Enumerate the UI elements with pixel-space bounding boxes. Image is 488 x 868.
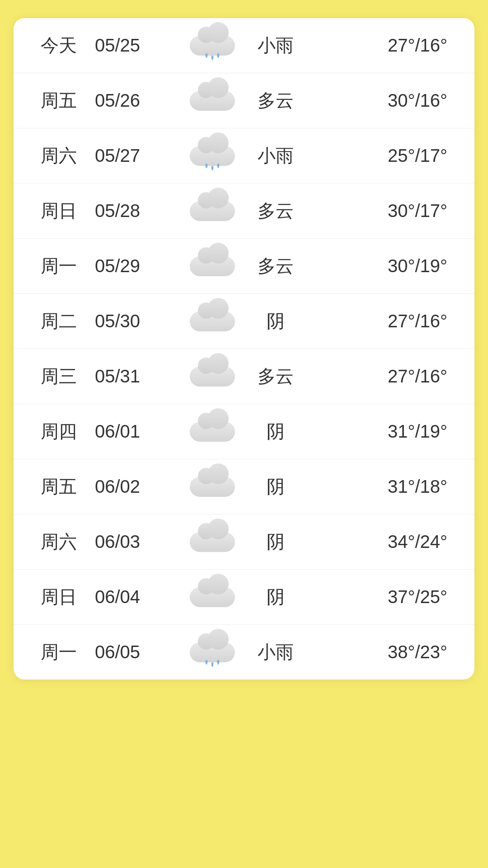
temp-label: 27°/16°: [303, 35, 447, 56]
date-label: 06/05: [95, 642, 176, 662]
condition-label: 阴: [249, 529, 303, 554]
date-label: 05/27: [95, 146, 176, 166]
weather-row: 周日 05/28 多云 30°/17°: [14, 184, 474, 239]
weather-icon: [176, 637, 249, 667]
temp-label: 31°/19°: [303, 421, 447, 442]
temp-label: 30°/16°: [303, 90, 447, 111]
weather-icon: [176, 86, 249, 115]
date-label: 05/30: [95, 311, 176, 331]
weather-row: 周五 06/02 阴 31°/18°: [14, 459, 474, 514]
day-label: 周日: [41, 198, 95, 223]
date-label: 05/29: [95, 256, 176, 276]
day-label: 周五: [41, 88, 95, 113]
weather-row: 周四 06/01 阴 31°/19°: [14, 404, 474, 459]
weather-icon: [176, 141, 249, 170]
day-label: 周日: [41, 585, 95, 609]
weather-row: 周一 06/05 小雨 38°/23°: [14, 625, 474, 679]
date-label: 06/02: [95, 476, 176, 497]
temp-label: 31°/18°: [303, 476, 447, 497]
day-label: 周二: [41, 309, 95, 334]
weather-row: 周五 05/26 多云 30°/16°: [14, 73, 474, 128]
day-label: 周六: [41, 143, 95, 168]
temp-label: 37°/25°: [303, 587, 447, 607]
condition-label: 小雨: [249, 33, 303, 58]
condition-label: 阴: [249, 585, 303, 609]
date-label: 05/28: [95, 201, 176, 221]
weather-icon: [176, 307, 249, 336]
date-label: 06/01: [95, 421, 176, 442]
condition-label: 阴: [249, 419, 303, 444]
weather-card: 今天 05/25 小雨 27°/16° 周五 05/26 多云 30°/16°: [14, 18, 474, 679]
temp-label: 25°/17°: [303, 146, 447, 166]
weather-row: 周一 05/29 多云 30°/19°: [14, 239, 474, 294]
date-label: 05/31: [95, 366, 176, 387]
temp-label: 27°/16°: [303, 366, 447, 387]
weather-icon: [176, 417, 249, 446]
weather-row: 今天 05/25 小雨 27°/16°: [14, 18, 474, 73]
day-label: 周三: [41, 364, 95, 389]
day-label: 周一: [41, 254, 95, 278]
weather-row: 周二 05/30 阴 27°/16°: [14, 294, 474, 349]
temp-label: 38°/23°: [303, 642, 447, 662]
condition-label: 小雨: [249, 143, 303, 168]
day-label: 周五: [41, 474, 95, 499]
day-label: 周六: [41, 529, 95, 554]
weather-row: 周三 05/31 多云 27°/16°: [14, 349, 474, 404]
weather-row: 周六 06/03 阴 34°/24°: [14, 514, 474, 570]
condition-label: 小雨: [249, 640, 303, 665]
condition-label: 多云: [249, 198, 303, 223]
weather-row: 周六 05/27 小雨 25°/17°: [14, 128, 474, 184]
weather-icon: [176, 472, 249, 501]
temp-label: 30°/17°: [303, 201, 447, 221]
day-label: 今天: [41, 33, 95, 58]
weather-icon: [176, 527, 249, 557]
weather-icon: [176, 582, 249, 612]
date-label: 06/04: [95, 587, 176, 607]
temp-label: 34°/24°: [303, 532, 447, 552]
date-label: 05/26: [95, 90, 176, 111]
day-label: 周四: [41, 419, 95, 444]
date-label: 06/03: [95, 532, 176, 552]
temp-label: 27°/16°: [303, 311, 447, 331]
day-label: 周一: [41, 640, 95, 665]
weather-icon: [176, 196, 249, 226]
condition-label: 多云: [249, 364, 303, 389]
date-label: 05/25: [95, 35, 176, 56]
weather-icon: [176, 362, 249, 391]
condition-label: 阴: [249, 474, 303, 499]
condition-label: 多云: [249, 254, 303, 278]
weather-icon: [176, 251, 249, 281]
condition-label: 阴: [249, 309, 303, 334]
temp-label: 30°/19°: [303, 256, 447, 276]
weather-row: 周日 06/04 阴 37°/25°: [14, 570, 474, 625]
condition-label: 多云: [249, 88, 303, 113]
weather-icon: [176, 31, 249, 60]
